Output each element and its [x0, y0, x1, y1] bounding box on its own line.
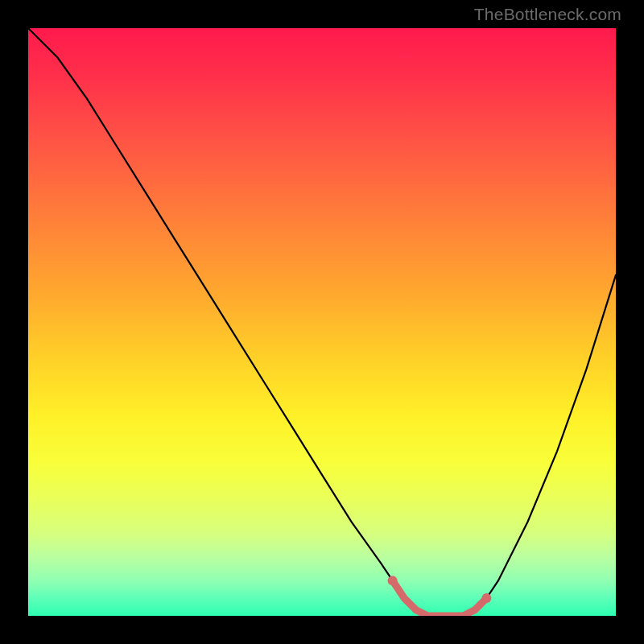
chart-stage: TheBottleneck.com: [0, 0, 644, 644]
curve-layer: [28, 28, 616, 616]
plot-area: [28, 28, 616, 616]
watermark-text: TheBottleneck.com: [474, 5, 621, 24]
optimal-region-curve: [393, 580, 487, 616]
bottleneck-curve: [28, 28, 616, 616]
optimal-region-start-dot: [388, 576, 398, 585]
optimal-region-end-dot: [481, 593, 491, 603]
